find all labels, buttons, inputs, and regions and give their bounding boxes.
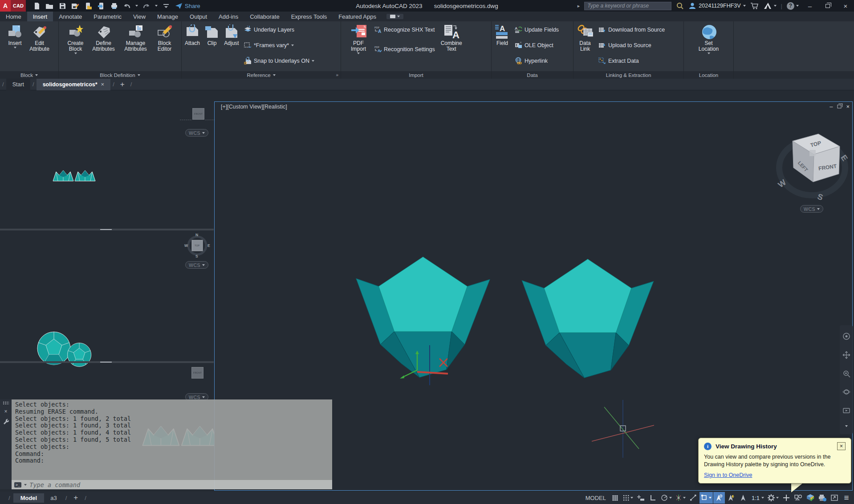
clip-button[interactable]: Clip xyxy=(203,24,221,47)
open-file-button[interactable] xyxy=(45,1,54,10)
field-button[interactable]: A Field xyxy=(493,24,511,47)
save-as-button[interactable] xyxy=(71,1,80,10)
data-link-button[interactable]: Data Link xyxy=(575,24,595,52)
command-drag-handle-icon[interactable] xyxy=(3,401,9,405)
annotation-autoscale-button[interactable] xyxy=(725,492,737,504)
command-input[interactable] xyxy=(29,481,329,488)
update-fields-button[interactable]: A Update Fields xyxy=(515,26,559,33)
edit-attribute-button[interactable]: Edit Attribute xyxy=(27,24,53,52)
recognition-settings-button[interactable]: PDFA Recognition Settings xyxy=(374,45,435,53)
underlay-layers-button[interactable]: Underlay Layers xyxy=(244,26,314,33)
define-attributes-button[interactable]: Define Attributes xyxy=(89,24,118,52)
viewcube-compass-small[interactable]: N W E S TOP xyxy=(184,231,210,258)
viewcube-small-icon[interactable]: FRONT xyxy=(191,367,203,379)
upload-to-source-button[interactable]: Upload to Source xyxy=(598,41,665,49)
panel-expand-icon[interactable]: » xyxy=(336,73,338,77)
object-snap-button[interactable] xyxy=(699,492,713,504)
new-drawing-button[interactable]: + xyxy=(117,80,128,89)
pdf-import-button[interactable]: PDF Import xyxy=(343,24,370,55)
model-tab[interactable]: Model xyxy=(13,493,45,503)
search-input[interactable] xyxy=(584,2,671,10)
solid-right[interactable] xyxy=(516,255,659,383)
qat-customize-button[interactable] xyxy=(162,1,171,10)
combine-text-button[interactable]: A Combine Text xyxy=(439,24,464,52)
frames-vary-button[interactable]: *Frames vary* xyxy=(244,41,314,49)
model-space-toggle[interactable]: MODEL xyxy=(583,495,609,501)
tab-view[interactable]: View xyxy=(127,12,151,21)
tab-collaborate[interactable]: Collaborate xyxy=(244,12,285,21)
redo-button[interactable] xyxy=(142,1,151,10)
showmotion-icon[interactable] xyxy=(842,407,850,415)
annotation-monitor-button[interactable] xyxy=(781,492,792,504)
customization-button[interactable]: ≡ xyxy=(841,492,852,504)
autodesk-account-button[interactable] xyxy=(763,2,777,9)
viewport-controls-label[interactable]: [+][Custom View][Realistic] xyxy=(221,104,287,110)
open-from-mobile-button[interactable] xyxy=(84,1,93,10)
annotation-scale-button[interactable] xyxy=(737,492,749,504)
help-button[interactable]: ? xyxy=(787,2,799,10)
viewport-restore-icon[interactable] xyxy=(838,105,842,108)
notification-close-button[interactable]: × xyxy=(837,442,846,450)
dodecahedron-solids[interactable] xyxy=(37,330,94,369)
file-tab-document[interactable]: solidosgeometricos* × xyxy=(37,79,111,90)
adjust-button[interactable]: Adjust xyxy=(223,24,240,47)
tab-manage[interactable]: Manage xyxy=(151,12,184,21)
navbar-more-icon[interactable] xyxy=(845,425,848,427)
workspace-switching-button[interactable] xyxy=(766,492,780,504)
save-to-mobile-button[interactable] xyxy=(97,1,106,10)
ole-object-button[interactable]: OLE Object xyxy=(515,41,559,49)
download-from-source-button[interactable]: Download from Source xyxy=(598,26,665,33)
wcs-dropdown-main[interactable]: WCS xyxy=(800,205,823,213)
dynamic-input-button[interactable] xyxy=(635,492,647,504)
panel-label-reference[interactable]: Reference » xyxy=(182,71,341,79)
panel-label-location[interactable]: Location xyxy=(684,71,733,79)
minimize-button[interactable]: – xyxy=(803,0,817,11)
tab-addins[interactable]: Add-ins xyxy=(213,12,244,21)
set-location-button[interactable]: Set Location xyxy=(696,24,721,55)
zoom-icon[interactable] xyxy=(842,370,850,378)
ortho-mode-button[interactable] xyxy=(647,492,659,504)
tab-annotate[interactable]: Annotate xyxy=(53,12,88,21)
close-tab-icon[interactable]: × xyxy=(101,81,105,88)
tab-output[interactable]: Output xyxy=(184,12,213,21)
undo-dropdown-icon[interactable] xyxy=(135,5,138,7)
command-customize-wrench-icon[interactable] xyxy=(3,418,9,424)
crown-solids-small[interactable] xyxy=(53,169,96,182)
snap-mode-button[interactable] xyxy=(621,492,634,504)
tab-express-tools[interactable]: Express Tools xyxy=(285,12,333,21)
recognize-shx-button[interactable]: PDFA Recognize SHX Text xyxy=(374,26,435,33)
file-tab-start[interactable]: Start xyxy=(6,79,30,90)
plot-details-button[interactable] xyxy=(817,492,828,504)
recent-commands-icon[interactable] xyxy=(24,484,27,486)
annotation-scale-value[interactable]: 1:1 xyxy=(749,492,765,504)
block-editor-button[interactable]: Block Editor xyxy=(153,24,176,52)
attach-button[interactable]: Attach xyxy=(183,24,201,47)
viewcube[interactable]: W S E TOP LEFT FRONT xyxy=(775,129,850,204)
restore-button[interactable] xyxy=(821,0,834,11)
osnap-tracking-button[interactable] xyxy=(687,492,699,504)
insert-button[interactable]: Insert xyxy=(6,24,24,49)
command-history[interactable]: Select objects: Resuming ERASE command. … xyxy=(12,399,332,480)
tab-featured-apps[interactable]: Featured Apps xyxy=(333,12,382,21)
hyperlink-button[interactable]: Hyperlink xyxy=(515,57,559,65)
panel-label-block[interactable]: Block xyxy=(0,71,58,79)
search-icon[interactable] xyxy=(676,2,684,10)
command-close-icon[interactable]: × xyxy=(4,408,7,415)
panel-label-data[interactable]: Data xyxy=(492,71,573,79)
extract-data-button[interactable]: Extract Data xyxy=(598,57,665,65)
tab-insert[interactable]: Insert xyxy=(27,12,53,21)
layout-tab-a3[interactable]: a3 xyxy=(45,493,62,503)
pan-icon[interactable] xyxy=(842,351,850,359)
onedrive-signin-link[interactable]: Sign in to OneDrive xyxy=(704,472,752,478)
viewport-close-icon[interactable]: × xyxy=(846,103,850,110)
manage-attributes-button[interactable]: Manage Attributes xyxy=(120,24,151,52)
panel-label-linking[interactable]: Linking & Extraction xyxy=(573,71,683,79)
save-button[interactable] xyxy=(58,1,67,10)
panel-label-import[interactable]: Import xyxy=(341,71,491,79)
search-expand-icon[interactable]: ▸ xyxy=(577,3,580,9)
close-button[interactable]: × xyxy=(839,0,852,11)
annotation-visibility-button[interactable] xyxy=(713,492,725,504)
app-store-cart-icon[interactable] xyxy=(750,2,759,10)
create-block-button[interactable]: Create Block xyxy=(64,24,87,55)
isodraft-button[interactable] xyxy=(674,492,687,504)
